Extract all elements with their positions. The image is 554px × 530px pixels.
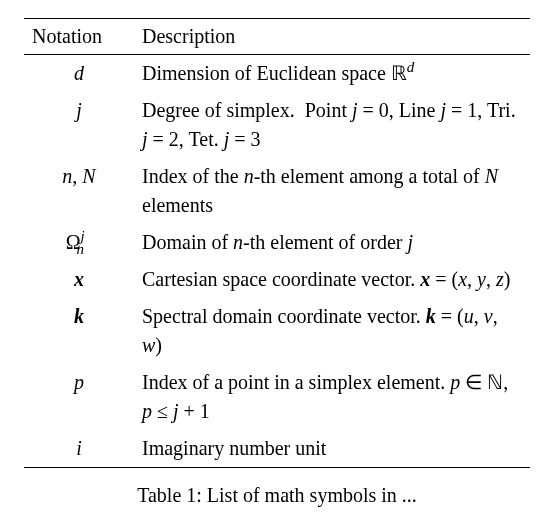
table-row: i Imaginary number unit (24, 430, 530, 468)
table-header-row: Notation Description (24, 19, 530, 55)
description-cell: Cartesian space coordinate vector. x = (… (134, 261, 530, 298)
description-cell: Index of a point in a simplex element. p… (134, 364, 530, 430)
notation-cell: n, N (24, 158, 134, 224)
table-row: n, N Index of the n-th element among a t… (24, 158, 530, 224)
table-row: Ωjn Domain of n-th element of order j (24, 224, 530, 261)
table-row: j Degree of simplex. Point j = 0, Line j… (24, 92, 530, 158)
description-cell: Index of the n-th element among a total … (134, 158, 530, 224)
notation-cell: x (24, 261, 134, 298)
notation-table: Notation Description d Dimension of Eucl… (24, 18, 530, 468)
description-cell: Dimension of Euclidean space ℝd (134, 55, 530, 93)
header-notation: Notation (24, 19, 134, 55)
caption-text: List of math symbols in ... (207, 484, 417, 506)
notation-cell: i (24, 430, 134, 468)
description-cell: Imaginary number unit (134, 430, 530, 468)
table-row: x Cartesian space coordinate vector. x =… (24, 261, 530, 298)
description-cell: Domain of n-th element of order j (134, 224, 530, 261)
notation-cell: d (24, 55, 134, 93)
table-row: d Dimension of Euclidean space ℝd (24, 55, 530, 93)
header-description: Description (134, 19, 530, 55)
table-caption: Table 1: List of math symbols in ... (24, 484, 530, 507)
description-cell: Degree of simplex. Point j = 0, Line j =… (134, 92, 530, 158)
notation-cell: j (24, 92, 134, 158)
notation-cell: p (24, 364, 134, 430)
notation-cell: k (24, 298, 134, 364)
table-row: k Spectral domain coordinate vector. k =… (24, 298, 530, 364)
table-row: p Index of a point in a simplex element.… (24, 364, 530, 430)
notation-cell: Ωjn (24, 224, 134, 261)
caption-label: Table 1: (137, 484, 202, 506)
description-cell: Spectral domain coordinate vector. k = (… (134, 298, 530, 364)
